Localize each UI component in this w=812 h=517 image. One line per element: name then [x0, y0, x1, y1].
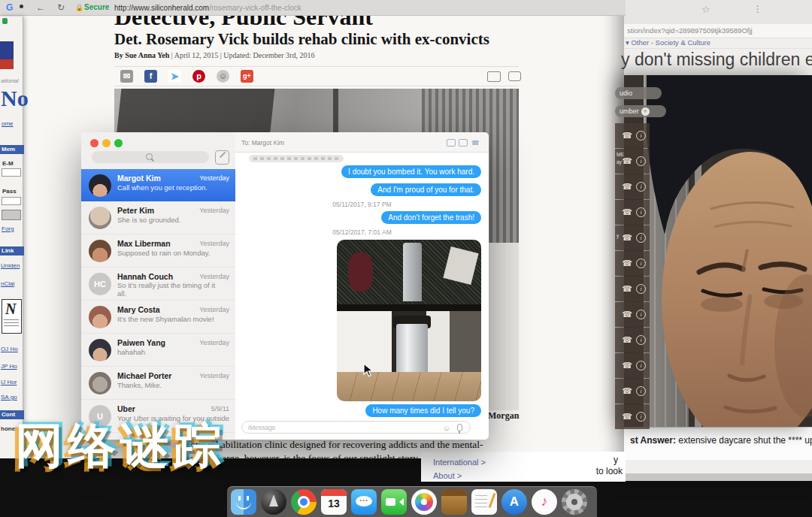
- info-icon[interactable]: i: [636, 258, 646, 268]
- info-icon[interactable]: i: [636, 156, 646, 166]
- app-store-icon[interactable]: [501, 489, 527, 515]
- phone-icon[interactable]: ☎: [471, 139, 480, 147]
- tab-dot-icon[interactable]: [20, 5, 23, 8]
- plus-icon[interactable]: +: [641, 107, 650, 116]
- call-row: ☎i: [615, 251, 650, 276]
- info-icon[interactable]: i: [636, 361, 646, 370]
- doj-home-link[interactable]: OJ Ho: [1, 346, 23, 352]
- phone-call-icon[interactable]: ☎: [622, 310, 632, 319]
- thread-header: To: Margot Kim ☎: [235, 132, 489, 153]
- facetime-icon[interactable]: [381, 489, 407, 515]
- info-icon[interactable]: i: [636, 131, 646, 141]
- launchpad-icon[interactable]: [261, 489, 286, 515]
- notes-icon[interactable]: [441, 489, 467, 515]
- forgot-link[interactable]: Forg: [2, 225, 24, 232]
- textedit-icon[interactable]: [471, 489, 497, 515]
- conversation-name: Michael Porter: [117, 371, 171, 380]
- phone-call-icon[interactable]: ☎: [622, 156, 632, 166]
- add-number-button[interactable]: umber+: [615, 105, 666, 117]
- password-field[interactable]: [2, 197, 21, 205]
- phone-call-icon[interactable]: ☎: [622, 386, 632, 396]
- tab-favicon[interactable]: G: [6, 2, 13, 13]
- calendar-icon[interactable]: 13: [321, 489, 347, 515]
- info-icon[interactable]: i: [636, 182, 646, 192]
- photo-caption: Morgan: [488, 410, 519, 422]
- menu-dots-icon[interactable]: ⋮: [753, 4, 762, 14]
- phone-call-icon[interactable]: ☎: [622, 361, 632, 370]
- bookmark-star-icon[interactable]: ☆: [701, 4, 710, 15]
- conversation-time: Yesterday: [199, 306, 229, 313]
- phone-call-icon[interactable]: ☎: [622, 284, 632, 294]
- system-preferences-icon[interactable]: [562, 489, 587, 515]
- info-icon[interactable]: i: [636, 335, 646, 345]
- avatar-initials: HC: [89, 273, 111, 295]
- conversation-paiwen-yang[interactable]: Paiwen Yang Yesterday hahahah: [81, 334, 235, 367]
- phone-call-icon[interactable]: ☎: [622, 233, 632, 243]
- avatar: [89, 174, 111, 197]
- phone-call-icon[interactable]: ☎: [622, 131, 632, 141]
- chrome-icon[interactable]: [291, 489, 317, 515]
- twitter-icon[interactable]: ➤: [168, 70, 181, 83]
- conversation-margot-kim[interactable]: Margot Kim Yesterday Call when you get r…: [81, 169, 235, 201]
- imessage-input[interactable]: iMessage ☺: [241, 421, 471, 434]
- info-icon[interactable]: i: [636, 386, 646, 396]
- conversation-max-liberman[interactable]: Max Liberman Yesterday Supposed to rain …: [81, 234, 235, 268]
- compose-button[interactable]: [215, 150, 229, 165]
- nav-home-link[interactable]: ome: [2, 120, 24, 127]
- info-icon[interactable]: i: [636, 207, 646, 217]
- conversation-peter-kim[interactable]: Peter Kim Yesterday She is so grounded.: [81, 201, 235, 234]
- info-icon[interactable]: i: [636, 310, 646, 319]
- email-icon[interactable]: ✉: [120, 70, 133, 83]
- info-icon[interactable]: i: [636, 412, 646, 422]
- microphone-icon[interactable]: [457, 424, 462, 431]
- minimize-button[interactable]: [102, 139, 111, 147]
- email-field[interactable]: [2, 168, 21, 177]
- nij-home-link[interactable]: IJ Hor: [1, 379, 23, 385]
- conversation-michael-porter[interactable]: Michael Porter Yesterday Thanks, Mike.: [81, 367, 235, 400]
- conversation-mary-costa[interactable]: Mary Costa Yesterday It's the new Shyama…: [81, 301, 235, 334]
- close-button[interactable]: [90, 139, 98, 147]
- itunes-icon[interactable]: [532, 489, 557, 515]
- best-answer-text: extensive daycare shut the **** up: [676, 435, 812, 446]
- back-icon[interactable]: ←: [36, 2, 45, 13]
- about-link[interactable]: About >: [433, 471, 462, 480]
- pinterest-icon[interactable]: p: [192, 70, 205, 83]
- answers-snippet: y: [614, 455, 618, 465]
- answers-breadcrumb[interactable]: ▾ Other - Society & Culture: [624, 38, 812, 49]
- audio-call-button[interactable]: udio: [615, 87, 662, 99]
- usagov-link[interactable]: SA.go: [1, 394, 23, 401]
- printer-icon[interactable]: [487, 71, 501, 82]
- phone-call-icon[interactable]: ☎: [622, 258, 632, 268]
- answers-address-bar[interactable]: stion/index?qid=289897509tjk39589Ofjj: [624, 24, 812, 38]
- conversation-hannah-couch[interactable]: HC Hannah Couch Yesterday So it's really…: [81, 268, 235, 301]
- login-button[interactable]: [2, 210, 21, 220]
- address-bar[interactable]: http://www.siliconherald.com/rosemary-vi…: [114, 4, 301, 12]
- phone-call-icon[interactable]: ☎: [622, 207, 632, 217]
- facebook-icon[interactable]: f: [144, 70, 157, 83]
- phone-call-icon[interactable]: ☎: [622, 412, 632, 422]
- unidentified-link[interactable]: Uniden: [1, 262, 23, 269]
- zoom-button[interactable]: [114, 139, 123, 147]
- phone-call-icon[interactable]: ☎: [622, 182, 632, 192]
- refresh-icon[interactable]: ↻: [57, 2, 65, 13]
- international-link[interactable]: International >: [433, 458, 486, 467]
- photos-icon[interactable]: [411, 489, 437, 515]
- sent-photo-trash-can[interactable]: [337, 240, 481, 401]
- googleplus-icon[interactable]: g+: [241, 70, 253, 83]
- info-icon[interactable]: i: [636, 284, 646, 294]
- search-input[interactable]: [92, 151, 209, 163]
- ojp-home-link[interactable]: JP Ho: [1, 363, 23, 370]
- secure-lock-icon: 🔒: [75, 4, 83, 11]
- comments-icon[interactable]: [508, 71, 521, 81]
- unclaimed-link[interactable]: nClai: [1, 280, 23, 287]
- messages-icon[interactable]: [351, 489, 377, 515]
- dock: 13: [227, 486, 597, 517]
- info-icon[interactable]: i: [636, 233, 646, 243]
- share-icon[interactable]: [447, 139, 456, 147]
- finder-icon[interactable]: [231, 489, 256, 515]
- camera-icon[interactable]: [459, 139, 468, 147]
- emoji-icon[interactable]: ☺: [443, 424, 450, 432]
- phone-call-icon[interactable]: ☎: [622, 335, 632, 345]
- reddit-icon[interactable]: ☺: [217, 70, 229, 83]
- conversation-time: Yesterday: [199, 372, 229, 379]
